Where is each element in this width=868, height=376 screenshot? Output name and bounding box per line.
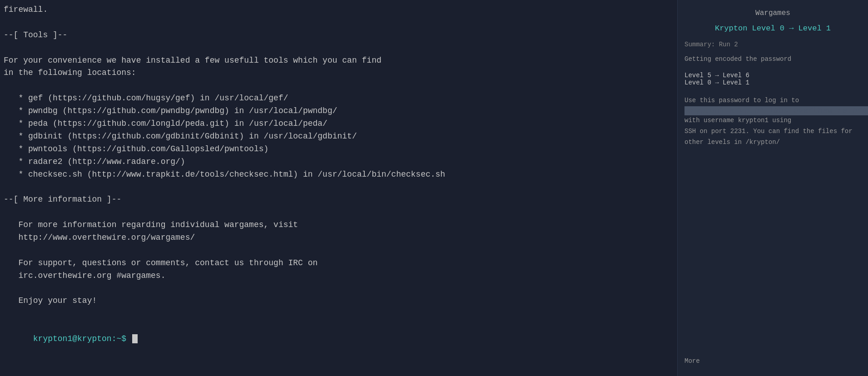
tool-peda: * peda (https://github.com/longld/peda.g… (4, 118, 672, 130)
terminal-line-blank6 (4, 244, 672, 257)
description-text: Getting encoded the password (684, 54, 861, 65)
tool-pwndbg: * pwndbg (https://github.com/pwndbg/pwnd… (4, 105, 672, 118)
terminal-line: firewall. (4, 4, 672, 16)
tool-checksec: * checksec.sh (http://www.trapkit.de/too… (4, 168, 672, 181)
server-info-text: krypton1.krypton.labs.overthewire.org (684, 106, 868, 115)
username-text: with username krypton1 using (684, 115, 861, 126)
tools-header: --[ Tools ]-- (4, 29, 672, 42)
tool-pwntools: * pwntools (https://github.com/Gallopsle… (4, 143, 672, 156)
level-links-section: Level 5 → Level 6 Level 0 → Level 1 (684, 72, 861, 86)
more-section: More (684, 356, 700, 367)
terminal-line-blank8 (4, 307, 672, 320)
terminal-line-blank3 (4, 79, 672, 92)
right-panel: Wargames Krypton Level 0 → Level 1 Summa… (677, 0, 868, 376)
terminal-content: firewall. --[ Tools ]-- For your conveni… (0, 0, 672, 376)
more-info-header: --[ More information ]-- (4, 193, 672, 206)
tool-gef: * gef (https://github.com/hugsy/gef) in … (4, 92, 672, 105)
terminal-line-blank (4, 16, 672, 29)
summary-run: Run 2 (719, 41, 738, 48)
level-link-5-6[interactable]: Level 5 → Level 6 (684, 72, 861, 79)
terminal-window: firewall. --[ Tools ]-- For your conveni… (0, 0, 868, 376)
more-info-1: For more information regarding individua… (4, 219, 672, 232)
level-link-0-1[interactable]: Level 0 → Level 1 (684, 79, 861, 86)
tool-radare2: * radare2 (http://www.radare.org/) (4, 156, 672, 168)
terminal-line-blank2 (4, 42, 672, 54)
password-section: Use this password to log in to krypton1.… (684, 95, 861, 148)
summary-label: Summary: Run 2 (684, 40, 861, 49)
prompt-line[interactable]: krypton1@krypton:~$ (4, 320, 672, 358)
password-hint-text: Use this password to log in to (684, 95, 861, 106)
irc-info-1: For support, questions or comments, cont… (4, 257, 672, 270)
wargames-title: Wargames (684, 9, 861, 17)
more-info-url: http://www.overthewire.org/wargames/ (4, 232, 672, 244)
terminal-line-blank7 (4, 282, 672, 295)
tools-intro-2: in the following locations: (4, 67, 672, 79)
terminal-line-blank5 (4, 206, 672, 219)
enjoy-line: Enjoy your stay! (4, 295, 672, 307)
tools-intro-1: For your convenience we have installed a… (4, 54, 672, 67)
terminal-line-blank4 (4, 181, 672, 193)
tool-gdbinit: * gdbinit (https://github.com/gdbinit/Gd… (4, 130, 672, 143)
ssh-info-text: SSH on port 2231. You can find the files… (684, 126, 861, 148)
irc-info-2: irc.overthewire.org #wargames. (4, 270, 672, 282)
summary-text: Summary: (684, 41, 715, 48)
more-label[interactable]: More (684, 357, 700, 365)
prompt-text: krypton1@krypton:~$ (33, 334, 131, 343)
krypton-level-header: Krypton Level 0 → Level 1 (684, 24, 861, 33)
cursor (132, 334, 138, 343)
